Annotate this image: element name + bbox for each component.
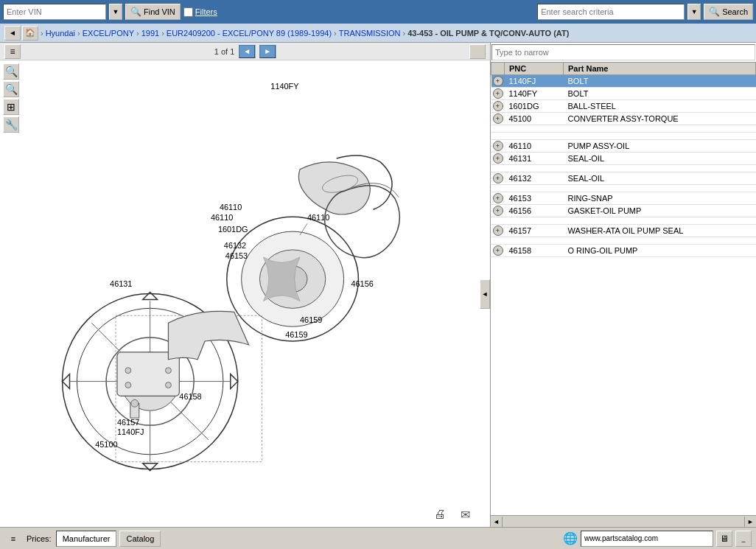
part-name-cell bbox=[564, 165, 756, 172]
statusbar-menu[interactable]: ≡ bbox=[4, 531, 22, 547]
table-row: +46131SEAL-OIL bbox=[491, 153, 756, 165]
pnc-cell: 46131 bbox=[505, 153, 564, 165]
part-name-cell: O RING-OIL PUMP bbox=[564, 245, 756, 257]
scroll-right-btn[interactable]: ► bbox=[744, 517, 756, 527]
vin-input[interactable] bbox=[3, 4, 106, 20]
table-row bbox=[491, 165, 756, 172]
diagram-content: 🔍 🔍 ⊞ 🔧 1140FY bbox=[0, 60, 490, 527]
zoom-in-btn[interactable]: 🔍 bbox=[3, 63, 19, 80]
table-row bbox=[491, 237, 756, 245]
add-part-btn[interactable]: + bbox=[493, 206, 503, 216]
breadcrumb-catalog[interactable]: EUR2409200 - EXCEL/PONY 89 (1989-1994) bbox=[167, 29, 332, 38]
svg-text:1140FY: 1140FY bbox=[270, 82, 299, 91]
add-part-btn[interactable]: + bbox=[493, 76, 503, 86]
pnc-cell bbox=[505, 237, 564, 245]
search-dropdown[interactable]: ▼ bbox=[687, 4, 701, 20]
part-name-cell bbox=[564, 133, 756, 140]
search-criteria-input[interactable] bbox=[537, 4, 685, 20]
table-row: +46132SEAL-OIL bbox=[491, 172, 756, 185]
search-icon: 🔍 bbox=[709, 7, 720, 17]
diagram-toggle[interactable] bbox=[469, 44, 486, 59]
breadcrumb-model[interactable]: EXCEL/PONY bbox=[83, 29, 134, 38]
parts-bottom-scroll[interactable]: ◄ ► bbox=[491, 515, 756, 527]
add-part-btn[interactable]: + bbox=[493, 193, 503, 203]
add-part-btn[interactable]: + bbox=[493, 88, 503, 99]
part-name-cell: BOLT bbox=[564, 88, 756, 100]
print-icon[interactable]: 🖨 bbox=[430, 506, 450, 522]
top-bar: ▼ 🔍 Find VIN Filters ▼ 🔍 Search bbox=[0, 0, 756, 24]
svg-text:46110: 46110 bbox=[220, 203, 242, 211]
table-row: +46156GASKET-OIL PUMP bbox=[491, 205, 756, 217]
pnc-cell: 1140FJ bbox=[505, 75, 564, 88]
minimize-btn[interactable]: _ bbox=[735, 531, 752, 547]
status-bar: ≡ Prices: Manufacturer Catalog 🌐 🖥 _ bbox=[0, 527, 756, 549]
svg-text:45100: 45100 bbox=[95, 440, 117, 449]
home-button[interactable]: 🏠 bbox=[22, 26, 38, 41]
breadcrumb-year[interactable]: 1991 bbox=[141, 29, 159, 38]
pnc-cell: 46158 bbox=[505, 245, 564, 257]
part-name-cell: SEAL-OIL bbox=[564, 153, 756, 165]
next-arrow[interactable]: ► bbox=[259, 45, 276, 58]
table-row: +1601DGBALL-STEEL bbox=[491, 100, 756, 113]
parts-table-wrapper[interactable]: PNC Part Name +1140FJBOLT+1140FYBOLT+160… bbox=[491, 62, 756, 515]
svg-text:46131: 46131 bbox=[110, 279, 132, 288]
tool-btn[interactable]: 🔧 bbox=[3, 116, 19, 133]
find-vin-label: Find VIN bbox=[144, 7, 175, 16]
add-part-btn[interactable]: + bbox=[493, 245, 503, 256]
part-name-header: Part Name bbox=[564, 63, 756, 75]
prev-arrow[interactable]: ◄ bbox=[239, 45, 255, 58]
part-name-cell: SEAL-OIL bbox=[564, 172, 756, 185]
table-row bbox=[491, 133, 756, 140]
svg-text:46159: 46159 bbox=[300, 315, 322, 324]
filters-checkbox[interactable] bbox=[183, 7, 193, 17]
add-part-btn[interactable]: + bbox=[493, 153, 503, 164]
pnc-cell: 1601DG bbox=[505, 100, 564, 113]
side-toolbar: 🔍 🔍 ⊞ 🔧 bbox=[3, 63, 19, 133]
pnc-cell bbox=[505, 125, 564, 133]
diagram-collapse-btn[interactable]: ◄ bbox=[480, 279, 490, 309]
search-label: Search bbox=[722, 7, 748, 16]
zoom-out-btn[interactable]: 🔍 bbox=[3, 81, 19, 97]
pnc-header: PNC bbox=[505, 63, 564, 75]
pnc-cell bbox=[505, 133, 564, 140]
website-input[interactable] bbox=[581, 531, 713, 547]
find-vin-button[interactable]: 🔍 Find VIN bbox=[125, 4, 181, 20]
breadcrumb-bar: ◄ 🏠 › Hyundai › EXCEL/PONY › 1991 › EUR2… bbox=[0, 24, 756, 43]
parts-table: PNC Part Name +1140FJBOLT+1140FYBOLT+160… bbox=[491, 62, 756, 257]
search-button[interactable]: 🔍 Search bbox=[704, 4, 753, 20]
part-name-cell: GASKET-OIL PUMP bbox=[564, 205, 756, 217]
manufacturer-price-btn[interactable]: Manufacturer bbox=[56, 531, 117, 547]
table-row: +46157WASHER-ATA OIL PUMP SEAL bbox=[491, 225, 756, 237]
sep2: › bbox=[77, 29, 80, 38]
status-right: 🌐 🖥 _ bbox=[563, 531, 752, 547]
pnc-cell: 45100 bbox=[505, 113, 564, 125]
table-row: +46153RING-SNAP bbox=[491, 192, 756, 205]
plus-col-header bbox=[491, 63, 505, 75]
add-part-btn[interactable]: + bbox=[493, 141, 503, 151]
back-button[interactable]: ◄ bbox=[4, 26, 21, 41]
svg-point-29 bbox=[165, 382, 171, 388]
sep6: › bbox=[402, 29, 405, 38]
add-part-btn[interactable]: + bbox=[493, 101, 503, 111]
add-part-btn[interactable]: + bbox=[493, 225, 503, 236]
table-row: +45100CONVERTER ASSY-TORQUE bbox=[491, 113, 756, 125]
scroll-left-btn[interactable]: ◄ bbox=[491, 517, 503, 527]
svg-text:46132: 46132 bbox=[224, 241, 246, 250]
add-part-btn[interactable]: + bbox=[493, 113, 503, 124]
pnc-cell: 46110 bbox=[505, 140, 564, 153]
add-part-btn[interactable]: + bbox=[493, 173, 503, 183]
narrow-input[interactable] bbox=[491, 44, 755, 60]
breadcrumb-transmission[interactable]: TRANSMISSION bbox=[339, 29, 401, 38]
monitor-icon-btn[interactable]: 🖥 bbox=[716, 531, 732, 547]
catalog-price-btn[interactable]: Catalog bbox=[119, 531, 161, 547]
fit-btn[interactable]: ⊞ bbox=[3, 99, 19, 115]
part-name-cell bbox=[564, 185, 756, 192]
svg-text:1601DG: 1601DG bbox=[218, 225, 248, 234]
email-icon[interactable]: ✉ bbox=[455, 506, 475, 522]
breadcrumb-hyundai[interactable]: Hyundai bbox=[46, 29, 75, 38]
filters-label: Filters bbox=[195, 7, 217, 16]
menu-icon-btn[interactable]: ≡ bbox=[4, 44, 21, 59]
h-scroll-track bbox=[503, 517, 744, 527]
vin-dropdown[interactable]: ▼ bbox=[109, 4, 122, 20]
svg-text:1140FJ: 1140FJ bbox=[117, 427, 144, 436]
